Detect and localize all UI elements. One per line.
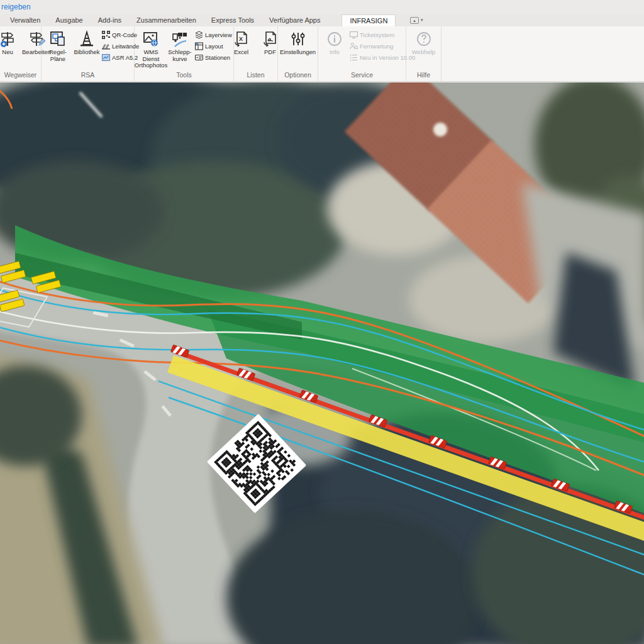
tab-ausgabe[interactable]: Ausgabe xyxy=(48,14,90,26)
group-label-optionen: Optionen xyxy=(278,70,318,81)
asr-button[interactable]: ASR A5.2 xyxy=(102,53,139,62)
group-rsa: Regel-Pläne Bibliothek xyxy=(42,26,135,81)
svg-text:X: X xyxy=(239,36,243,42)
group-listen: X Excel PDF Listen xyxy=(234,26,278,81)
group-label-tools: Tools xyxy=(135,70,233,81)
group-label-service: Service xyxy=(318,70,406,81)
group-tools: WMS Dienst Orthophotos Schlepp-kurve xyxy=(135,26,234,81)
webhelp-button[interactable]: Webhelp xyxy=(409,28,438,56)
ribbon-infrasign: Neu Bearbeiten Wegweiser xyxy=(0,26,644,82)
group-label-listen: Listen xyxy=(234,70,277,81)
tab-express-tools[interactable]: Express Tools xyxy=(204,14,262,26)
group-hilfe: Webhelp Hilfe xyxy=(406,26,441,81)
barrier-wall-icon xyxy=(102,42,110,50)
group-label-wegweiser: Wegweiser xyxy=(0,70,41,81)
road-lane-dashes xyxy=(93,311,172,417)
leitwaende-button[interactable]: Leitwände xyxy=(102,42,139,51)
ribbon-display-toggle[interactable]: ▴ ▾ xyxy=(406,16,427,25)
ticketsystem-button[interactable]: Ticketsystem xyxy=(350,30,415,40)
signpost-add-icon xyxy=(0,30,17,48)
tab-zusammenarbeiten[interactable]: Zusammenarbeiten xyxy=(129,14,204,26)
wms-orthophotos-button[interactable]: WMS Dienst Orthophotos xyxy=(137,28,165,69)
group-optionen: Einstellungen Optionen xyxy=(278,26,318,81)
work-zone-green-band[interactable] xyxy=(15,225,644,514)
asr-document-icon xyxy=(102,53,110,62)
qr-code-button[interactable]: QR-Code xyxy=(102,30,139,40)
excel-file-icon: X xyxy=(232,30,251,48)
titlebar: reigeben xyxy=(0,0,644,14)
layout-button[interactable]: Layout xyxy=(195,42,232,51)
changelog-list-icon xyxy=(350,53,358,62)
ribbon-tab-bar: Verwalten Ausgabe Add-ins Zusammenarbeit… xyxy=(0,14,644,26)
tab-verfuegbare-apps[interactable]: Verfügbare Apps xyxy=(262,14,328,26)
pdf-file-icon xyxy=(261,30,280,48)
group-service: Info Ticketsystem xyxy=(318,26,406,81)
truck-curve-icon xyxy=(170,30,189,48)
chevron-down-icon: ▾ xyxy=(421,18,423,23)
plan-overlays xyxy=(0,82,644,644)
service-small-buttons: Ticketsystem Fernwartung xyxy=(350,28,415,62)
qr-icon xyxy=(102,31,110,39)
neu-in-version-button[interactable]: Neu in Version 10.00 xyxy=(350,53,415,62)
tab-add-ins[interactable]: Add-ins xyxy=(91,14,129,26)
image-globe-icon xyxy=(142,30,160,48)
fernwartung-button[interactable]: Fernwartung xyxy=(350,42,415,51)
layers-icon xyxy=(195,31,203,39)
plans-icon xyxy=(48,30,67,48)
rsa-small-buttons: QR-Code Leitwände ASR A5.2 xyxy=(102,28,139,62)
station-tag-icon xyxy=(195,53,203,62)
einstellungen-button[interactable]: Einstellungen xyxy=(280,28,315,56)
group-label-hilfe: Hilfe xyxy=(406,70,441,81)
info-icon xyxy=(325,30,344,48)
share-button[interactable]: reigeben xyxy=(1,3,31,11)
monitor-icon xyxy=(350,31,358,39)
group-label-rsa: RSA xyxy=(42,70,134,81)
tab-infrasign[interactable]: INFRASIGN xyxy=(341,14,396,26)
tools-small-buttons: Layerview Layout Stati xyxy=(195,28,232,62)
schleppkurve-button[interactable]: Schlepp-kurve xyxy=(166,28,194,62)
layerview-button[interactable]: Layerview xyxy=(195,30,232,40)
group-wegweiser: Neu Bearbeiten Wegweiser xyxy=(0,26,42,81)
stationen-button[interactable]: Stationen xyxy=(195,53,232,62)
neu-button[interactable]: Neu xyxy=(0,28,21,56)
regelplaene-button[interactable]: Regel-Pläne xyxy=(44,28,72,62)
traffic-cone-icon xyxy=(77,30,96,48)
bibliothek-button[interactable]: Bibliothek xyxy=(73,28,101,56)
ribbon-panel-icon: ▴ xyxy=(410,17,419,24)
layout-icon xyxy=(195,42,203,50)
excel-export-button[interactable]: X Excel xyxy=(228,28,255,56)
help-icon xyxy=(414,30,433,48)
tab-verwalten[interactable]: Verwalten xyxy=(3,14,48,26)
map-viewport[interactable] xyxy=(0,82,644,644)
sliders-icon xyxy=(289,30,308,48)
remote-support-icon xyxy=(350,42,358,50)
info-button[interactable]: Info xyxy=(321,28,348,56)
